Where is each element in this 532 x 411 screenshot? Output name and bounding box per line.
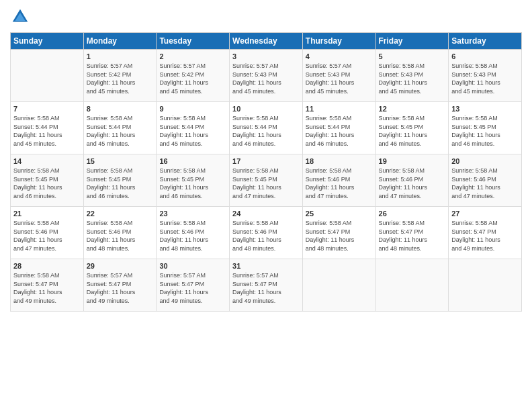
calendar-cell [449,259,522,312]
calendar-cell: 23Sunrise: 5:58 AM Sunset: 5:46 PM Dayli… [157,207,230,259]
calendar-cell: 7Sunrise: 5:58 AM Sunset: 5:44 PM Daylig… [11,102,84,154]
calendar-cell: 4Sunrise: 5:57 AM Sunset: 5:43 PM Daylig… [302,50,375,102]
calendar-cell: 6Sunrise: 5:58 AM Sunset: 5:43 PM Daylig… [449,50,522,102]
day-info: Sunrise: 5:58 AM Sunset: 5:46 PM Dayligh… [87,219,154,253]
day-number: 14 [13,157,81,165]
day-info: Sunrise: 5:58 AM Sunset: 5:45 PM Dayligh… [87,167,154,200]
calendar-cell: 1Sunrise: 5:57 AM Sunset: 5:42 PM Daylig… [83,50,157,102]
day-info: Sunrise: 5:58 AM Sunset: 5:43 PM Dayligh… [379,62,446,95]
day-number: 31 [232,262,300,270]
day-number: 24 [232,210,300,218]
calendar-cell: 27Sunrise: 5:58 AM Sunset: 5:47 PM Dayli… [449,207,522,259]
day-number: 23 [159,210,226,218]
day-number: 20 [451,157,519,165]
day-number: 25 [306,210,373,218]
calendar-week-4: 21Sunrise: 5:58 AM Sunset: 5:46 PM Dayli… [11,207,522,259]
calendar-cell: 25Sunrise: 5:58 AM Sunset: 5:47 PM Dayli… [302,207,375,259]
day-number: 27 [451,210,519,218]
column-header-sunday: Sunday [11,33,84,50]
day-info: Sunrise: 5:58 AM Sunset: 5:46 PM Dayligh… [306,167,373,200]
calendar-cell: 31Sunrise: 5:57 AM Sunset: 5:47 PM Dayli… [230,259,303,312]
calendar-cell: 9Sunrise: 5:58 AM Sunset: 5:44 PM Daylig… [157,102,230,154]
calendar-body: 1Sunrise: 5:57 AM Sunset: 5:42 PM Daylig… [11,50,522,312]
day-info: Sunrise: 5:57 AM Sunset: 5:42 PM Dayligh… [87,62,154,95]
calendar-cell: 17Sunrise: 5:58 AM Sunset: 5:45 PM Dayli… [230,154,303,207]
day-number: 1 [87,52,154,60]
day-number: 29 [87,262,154,270]
column-header-saturday: Saturday [449,33,522,50]
calendar-cell: 13Sunrise: 5:58 AM Sunset: 5:45 PM Dayli… [449,102,522,154]
calendar-cell: 28Sunrise: 5:58 AM Sunset: 5:47 PM Dayli… [11,259,84,312]
calendar-cell: 18Sunrise: 5:58 AM Sunset: 5:46 PM Dayli… [302,154,375,207]
calendar-cell: 3Sunrise: 5:57 AM Sunset: 5:43 PM Daylig… [230,50,303,102]
day-info: Sunrise: 5:58 AM Sunset: 5:47 PM Dayligh… [13,271,81,305]
day-number: 26 [379,210,446,218]
day-info: Sunrise: 5:57 AM Sunset: 5:47 PM Dayligh… [232,271,300,305]
day-number: 12 [379,105,446,113]
calendar-cell: 19Sunrise: 5:58 AM Sunset: 5:46 PM Dayli… [375,154,449,207]
day-info: Sunrise: 5:58 AM Sunset: 5:46 PM Dayligh… [379,167,446,200]
day-number: 6 [451,52,519,60]
day-info: Sunrise: 5:58 AM Sunset: 5:47 PM Dayligh… [451,219,519,253]
day-info: Sunrise: 5:58 AM Sunset: 5:44 PM Dayligh… [306,114,373,148]
logo-icon [10,7,30,27]
day-info: Sunrise: 5:57 AM Sunset: 5:47 PM Dayligh… [159,271,226,305]
calendar-week-2: 7Sunrise: 5:58 AM Sunset: 5:44 PM Daylig… [11,102,522,154]
column-header-wednesday: Wednesday [230,33,303,50]
day-info: Sunrise: 5:58 AM Sunset: 5:44 PM Dayligh… [87,114,154,148]
day-number: 7 [13,105,81,113]
day-number: 19 [379,157,446,165]
day-number: 8 [87,105,154,113]
day-number: 17 [232,157,300,165]
day-info: Sunrise: 5:58 AM Sunset: 5:46 PM Dayligh… [159,219,226,253]
day-info: Sunrise: 5:58 AM Sunset: 5:44 PM Dayligh… [232,114,300,148]
calendar-cell [11,50,84,102]
day-info: Sunrise: 5:58 AM Sunset: 5:46 PM Dayligh… [13,219,81,253]
day-info: Sunrise: 5:58 AM Sunset: 5:44 PM Dayligh… [13,114,81,148]
calendar-cell: 22Sunrise: 5:58 AM Sunset: 5:46 PM Dayli… [83,207,157,259]
calendar-cell: 15Sunrise: 5:58 AM Sunset: 5:45 PM Dayli… [83,154,157,207]
day-number: 10 [232,105,300,113]
day-info: Sunrise: 5:57 AM Sunset: 5:47 PM Dayligh… [87,271,154,305]
day-number: 30 [159,262,226,270]
calendar-cell: 2Sunrise: 5:57 AM Sunset: 5:42 PM Daylig… [157,50,230,102]
column-header-friday: Friday [375,33,449,50]
calendar-cell: 11Sunrise: 5:58 AM Sunset: 5:44 PM Dayli… [302,102,375,154]
day-info: Sunrise: 5:58 AM Sunset: 5:45 PM Dayligh… [379,114,446,148]
day-number: 5 [379,52,446,60]
day-info: Sunrise: 5:58 AM Sunset: 5:45 PM Dayligh… [451,114,519,148]
calendar-container: SundayMondayTuesdayWednesdayThursdayFrid… [0,0,532,411]
logo [10,7,33,27]
day-number: 15 [87,157,154,165]
day-info: Sunrise: 5:58 AM Sunset: 5:45 PM Dayligh… [159,167,226,200]
header-row: SundayMondayTuesdayWednesdayThursdayFrid… [11,33,522,50]
day-info: Sunrise: 5:58 AM Sunset: 5:46 PM Dayligh… [451,167,519,200]
calendar-cell: 8Sunrise: 5:58 AM Sunset: 5:44 PM Daylig… [83,102,157,154]
column-header-monday: Monday [83,33,157,50]
day-number: 21 [13,210,81,218]
calendar-week-1: 1Sunrise: 5:57 AM Sunset: 5:42 PM Daylig… [11,50,522,102]
calendar-cell: 20Sunrise: 5:58 AM Sunset: 5:46 PM Dayli… [449,154,522,207]
day-info: Sunrise: 5:58 AM Sunset: 5:44 PM Dayligh… [159,114,226,148]
day-info: Sunrise: 5:57 AM Sunset: 5:42 PM Dayligh… [159,62,226,95]
calendar-table: SundayMondayTuesdayWednesdayThursdayFrid… [10,32,522,312]
day-number: 4 [306,52,373,60]
calendar-cell: 26Sunrise: 5:58 AM Sunset: 5:47 PM Dayli… [375,207,449,259]
calendar-cell: 5Sunrise: 5:58 AM Sunset: 5:43 PM Daylig… [375,50,449,102]
day-info: Sunrise: 5:57 AM Sunset: 5:43 PM Dayligh… [232,62,300,95]
day-info: Sunrise: 5:58 AM Sunset: 5:46 PM Dayligh… [232,219,300,253]
day-info: Sunrise: 5:58 AM Sunset: 5:45 PM Dayligh… [232,167,300,200]
column-header-tuesday: Tuesday [157,33,230,50]
calendar-cell: 21Sunrise: 5:58 AM Sunset: 5:46 PM Dayli… [11,207,84,259]
calendar-week-3: 14Sunrise: 5:58 AM Sunset: 5:45 PM Dayli… [11,154,522,207]
calendar-week-5: 28Sunrise: 5:58 AM Sunset: 5:47 PM Dayli… [11,259,522,312]
day-info: Sunrise: 5:57 AM Sunset: 5:43 PM Dayligh… [306,62,373,95]
calendar-cell: 12Sunrise: 5:58 AM Sunset: 5:45 PM Dayli… [375,102,449,154]
day-info: Sunrise: 5:58 AM Sunset: 5:47 PM Dayligh… [379,219,446,253]
calendar-cell: 24Sunrise: 5:58 AM Sunset: 5:46 PM Dayli… [230,207,303,259]
day-number: 2 [159,52,226,60]
column-header-thursday: Thursday [302,33,375,50]
day-number: 13 [451,105,519,113]
table-header: SundayMondayTuesdayWednesdayThursdayFrid… [11,33,522,50]
day-number: 18 [306,157,373,165]
